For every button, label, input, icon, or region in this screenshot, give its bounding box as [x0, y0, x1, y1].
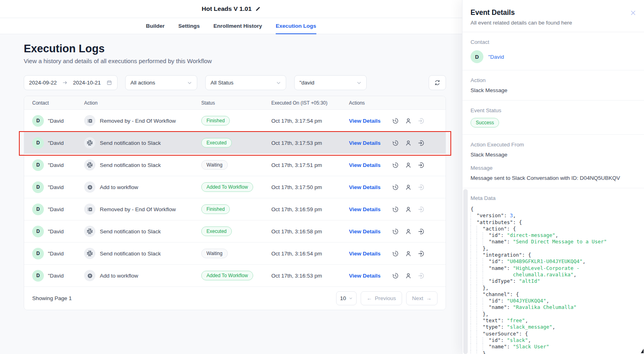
- slack-icon: [84, 226, 95, 237]
- history-icon[interactable]: [392, 162, 405, 169]
- tab-execution-logs[interactable]: Execution Logs: [276, 18, 316, 34]
- calendar-icon: [106, 80, 112, 86]
- edit-pencil-icon[interactable]: [255, 6, 260, 12]
- contact-name-link[interactable]: "David: [488, 54, 504, 60]
- arrow-right-icon: →: [426, 295, 432, 301]
- previous-page-button[interactable]: ← Previous: [361, 291, 402, 305]
- message-value: Message sent to Slack Conversation with …: [471, 175, 636, 181]
- table-row[interactable]: D"DavidAdd to workflowAdded To WorkflowO…: [24, 176, 446, 198]
- view-details-link[interactable]: View Details: [349, 184, 381, 190]
- view-details-link[interactable]: View Details: [349, 228, 381, 235]
- contact-name: "David: [48, 162, 64, 168]
- main-area: Hot Leads V 1.01 Builder Settings Enroll…: [0, 0, 462, 354]
- contact-icon[interactable]: [405, 117, 418, 124]
- table-body: D"DavidRemoved by - End Of WorkflowFinis…: [24, 110, 446, 287]
- action-label: Send notification to Slack: [100, 162, 161, 168]
- chevron-down-icon: [187, 80, 192, 85]
- remove-from-workflow-icon[interactable]: [418, 162, 431, 169]
- contact-name: "David: [48, 206, 64, 212]
- date-from[interactable]: 2024-09-22: [29, 80, 57, 86]
- contact-name: "David: [48, 140, 64, 146]
- page-size-select[interactable]: 10: [336, 291, 357, 305]
- executed-from-section: Action Executed From Slack Message Messa…: [462, 135, 644, 188]
- contact-icon[interactable]: [405, 140, 418, 146]
- contact-name: "David: [48, 251, 64, 257]
- view-details-link[interactable]: View Details: [349, 162, 381, 168]
- status-badge: Success: [471, 118, 499, 128]
- tab-enrollment-history[interactable]: Enrollment History: [213, 18, 262, 34]
- view-details-link[interactable]: View Details: [349, 251, 381, 257]
- event-details-panel: Event Details All event related details …: [462, 0, 644, 354]
- next-page-button[interactable]: Next →: [406, 291, 438, 305]
- tab-settings[interactable]: Settings: [178, 18, 200, 34]
- executed-on-time: Oct 17th, 3:17:53 pm: [271, 140, 349, 146]
- contact-icon[interactable]: [405, 206, 418, 213]
- slack-icon: [84, 137, 95, 148]
- history-icon[interactable]: [392, 228, 405, 235]
- contact-icon[interactable]: [405, 162, 418, 169]
- view-details-link[interactable]: View Details: [349, 140, 381, 146]
- table-row[interactable]: D"DavidAdd to workflowAdded To WorkflowO…: [24, 265, 446, 287]
- action-label: Send notification to Slack: [100, 140, 161, 146]
- executed-from-value: Slack Message: [471, 152, 636, 158]
- status-badge: Added To Workflow: [201, 182, 253, 192]
- remove-from-workflow-icon[interactable]: [418, 140, 431, 146]
- executed-on-time: Oct 17th, 3:16:53 pm: [271, 273, 349, 279]
- contact-filter-select[interactable]: "david: [294, 75, 367, 90]
- avatar: D: [32, 159, 44, 171]
- remove-from-workflow-icon[interactable]: [418, 228, 431, 235]
- panel-scrollbar[interactable]: [463, 189, 468, 354]
- avatar: D: [32, 270, 44, 282]
- action-label: Removed by - End Of Workflow: [100, 118, 176, 124]
- close-icon[interactable]: [630, 10, 636, 16]
- status-badge: Finished: [201, 204, 230, 214]
- remove-from-workflow-icon[interactable]: [418, 184, 431, 191]
- table-row[interactable]: D"DavidSend notification to SlackExecute…: [24, 132, 446, 154]
- remove-from-workflow-icon[interactable]: [418, 117, 431, 124]
- avatar: D: [471, 50, 483, 63]
- execution-logs-table: Contact Action Status Executed On (IST +…: [24, 96, 446, 310]
- view-details-link[interactable]: View Details: [349, 273, 381, 279]
- table-row[interactable]: D"DavidSend notification to SlackWaiting…: [24, 243, 446, 265]
- table-row[interactable]: D"DavidRemoved by - End Of WorkflowFinis…: [24, 110, 446, 132]
- history-icon[interactable]: [392, 140, 405, 146]
- contact-icon[interactable]: [405, 228, 418, 235]
- column-executed-on: Executed On (IST +05:30): [271, 100, 349, 106]
- executed-on-time: Oct 17th, 3:17:50 pm: [271, 184, 349, 190]
- panel-header: Event Details All event related details …: [462, 0, 644, 32]
- table-row[interactable]: D"DavidSend notification to SlackExecute…: [24, 220, 446, 243]
- history-icon[interactable]: [392, 250, 405, 257]
- refresh-button[interactable]: [429, 75, 446, 90]
- history-icon[interactable]: [392, 272, 405, 279]
- history-icon[interactable]: [392, 206, 405, 213]
- column-actions: Actions: [349, 100, 446, 106]
- status-filter-select[interactable]: All Status: [205, 75, 286, 90]
- avatar: D: [32, 115, 44, 127]
- contact-icon[interactable]: [405, 184, 418, 191]
- history-icon[interactable]: [392, 184, 405, 191]
- status-badge: Added To Workflow: [201, 271, 253, 280]
- contact-icon[interactable]: [405, 250, 418, 257]
- view-details-link[interactable]: View Details: [349, 118, 381, 124]
- tab-builder[interactable]: Builder: [146, 18, 165, 34]
- chevron-down-icon: [276, 80, 281, 85]
- table-row[interactable]: D"DavidSend notification to SlackWaiting…: [24, 154, 446, 176]
- remove-from-workflow-icon[interactable]: [418, 272, 431, 279]
- action-label: Add to workflow: [100, 184, 138, 190]
- remove-from-workflow-icon[interactable]: [418, 206, 431, 213]
- slack-icon: [84, 159, 95, 171]
- contact-icon[interactable]: [405, 272, 418, 279]
- workflow-header: Hot Leads V 1.01: [0, 0, 462, 18]
- date-range-picker[interactable]: 2024-09-22 2024-10-21: [24, 75, 118, 90]
- table-row[interactable]: D"DavidRemoved by - End Of WorkflowFinis…: [24, 198, 446, 220]
- status-badge: Finished: [201, 116, 230, 126]
- view-details-link[interactable]: View Details: [349, 206, 381, 212]
- remove-from-workflow-icon[interactable]: [418, 250, 431, 257]
- column-action: Action: [84, 100, 201, 106]
- contact-name: "David: [48, 184, 64, 190]
- history-icon[interactable]: [392, 117, 405, 124]
- date-to[interactable]: 2024-10-21: [73, 80, 101, 86]
- contact-section: Contact D "David: [462, 32, 644, 70]
- actions-filter-select[interactable]: All actions: [125, 75, 197, 90]
- meta-data-section: Meta Data {"version": 3,"attributes": {"…: [462, 188, 644, 354]
